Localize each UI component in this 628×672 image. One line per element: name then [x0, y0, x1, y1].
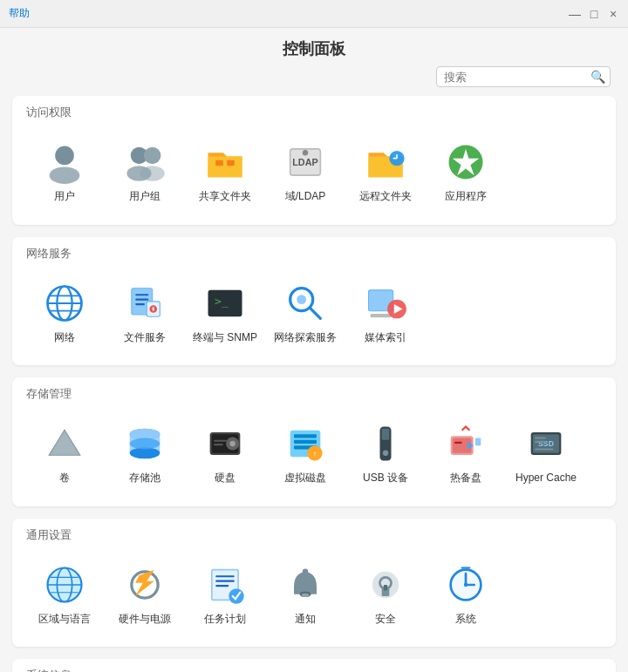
section-general: 通用设置 区域与语言 硬件与电源 任务计划 通知 安 [12, 519, 616, 648]
svg-rect-24 [153, 307, 154, 310]
icon-label-volume: 卷 [59, 472, 70, 485]
section-title-storage: 存储管理 [26, 386, 602, 405]
icon-label-media-index: 媒体索引 [365, 331, 406, 345]
icon-box-notification [283, 562, 328, 608]
section-title-sysinfo: 系统信息 [26, 668, 602, 672]
svg-rect-7 [227, 160, 235, 166]
svg-rect-82 [384, 585, 387, 591]
icon-item-hdd[interactable]: 硬盘 [187, 414, 263, 492]
svg-rect-52 [382, 429, 390, 440]
svg-point-53 [383, 451, 389, 457]
icon-label-hyper-cache: Hyper Cache [515, 472, 577, 485]
minimize-button[interactable]: — [569, 8, 581, 20]
svg-point-5 [140, 166, 165, 180]
search-icon: 🔍 [590, 70, 605, 84]
icon-item-application[interactable]: 应用程序 [427, 132, 504, 211]
svg-rect-47 [294, 440, 317, 444]
search-input[interactable] [444, 71, 590, 84]
svg-rect-20 [135, 298, 148, 300]
icon-item-ldap[interactable]: LDAP 域/LDAP [267, 132, 344, 211]
icon-label-network-search: 网络探索服务 [274, 331, 337, 345]
icon-item-network[interactable]: 网络 [26, 274, 103, 352]
section-title-access: 访问权限 [26, 105, 602, 124]
svg-rect-31 [371, 314, 392, 317]
icon-item-hot-spare[interactable]: 热备盘 [427, 414, 504, 492]
icon-box-usergroup [122, 139, 167, 185]
window-controls: — □ × [569, 8, 619, 20]
icon-item-virtual-disk[interactable]: ↑ 虚拟磁盘 [267, 414, 344, 492]
icon-box-hot-spare [443, 421, 488, 466]
icon-label-remote-folder: 远程文件夹 [359, 190, 412, 204]
icon-item-terminal-snmp[interactable]: >_ 终端与 SNMP [187, 274, 263, 352]
icon-item-file-service[interactable]: 文件服务 [106, 274, 183, 352]
icon-item-usb[interactable]: USB 设备 [347, 414, 424, 492]
svg-point-78 [302, 594, 310, 597]
icon-box-hdd [202, 421, 248, 466]
icon-item-volume[interactable]: 卷 [26, 414, 103, 492]
search-bar: 🔍 [0, 66, 628, 96]
section-access: 访问权限 用户 用户组 共享文件夹 LDAP 域/LDAP 远程文件夹 应用程序 [12, 96, 616, 225]
icon-item-security[interactable]: 安全 [347, 555, 424, 634]
icon-box-file-service [122, 281, 167, 326]
svg-line-28 [310, 308, 320, 318]
icon-item-hw-power[interactable]: 硬件与电源 [106, 555, 183, 634]
icon-box-network-search [283, 281, 328, 326]
icon-label-hw-power: 硬件与电源 [119, 613, 171, 627]
maximize-button[interactable]: □ [588, 8, 600, 20]
icon-label-usergroup: 用户组 [129, 190, 160, 204]
svg-point-85 [464, 583, 468, 587]
icon-label-task-schedule: 任务计划 [204, 613, 246, 627]
svg-rect-46 [294, 434, 317, 438]
icon-box-system [443, 562, 488, 608]
icon-item-remote-folder[interactable]: 远程文件夹 [347, 132, 424, 211]
icon-label-user: 用户 [54, 190, 75, 204]
icon-item-media-index[interactable]: 媒体索引 [347, 274, 424, 352]
svg-rect-21 [135, 303, 145, 305]
icon-box-hw-power [122, 562, 167, 608]
icon-item-notification[interactable]: 通知 [267, 555, 344, 634]
icon-item-network-search[interactable]: 网络探索服务 [267, 274, 344, 352]
icon-item-shared-folder[interactable]: 共享文件夹 [187, 132, 263, 211]
section-title-network: 网络服务 [26, 246, 602, 265]
svg-point-1 [50, 166, 80, 184]
icon-label-system: 系统 [455, 613, 476, 627]
icon-item-usergroup[interactable]: 用户组 [106, 132, 183, 211]
icon-label-usb: USB 设备 [363, 472, 408, 485]
icon-item-task-schedule[interactable]: 任务计划 [187, 555, 263, 634]
icon-grid-general: 区域与语言 硬件与电源 任务计划 通知 安全 系统 [26, 555, 602, 634]
icon-item-storage-pool[interactable]: 存储池 [106, 414, 183, 492]
svg-rect-74 [215, 585, 229, 587]
svg-rect-19 [135, 294, 148, 295]
icon-label-network: 网络 [54, 331, 75, 345]
icon-item-user[interactable]: 用户 [26, 132, 103, 211]
content-area: 访问权限 用户 用户组 共享文件夹 LDAP 域/LDAP 远程文件夹 应用程序… [0, 96, 628, 672]
icon-item-region-lang[interactable]: 区域与语言 [26, 555, 103, 634]
svg-point-42 [229, 441, 236, 447]
svg-rect-57 [454, 442, 462, 444]
icon-item-system[interactable]: 系统 [427, 555, 504, 634]
icon-label-application: 应用程序 [445, 190, 487, 204]
svg-point-0 [55, 146, 74, 166]
icon-label-security: 安全 [375, 613, 396, 627]
search-wrapper[interactable]: 🔍 [436, 66, 611, 87]
icon-box-terminal-snmp: >_ [202, 281, 248, 326]
section-storage: 存储管理 卷 存储池 硬盘 ↑ 虚拟磁盘 [12, 377, 616, 506]
icon-label-ldap: 域/LDAP [285, 190, 326, 204]
icon-box-user [42, 139, 87, 185]
svg-text:↑: ↑ [312, 449, 317, 458]
icon-label-shared-folder: 共享文件夹 [199, 190, 251, 204]
icon-box-virtual-disk: ↑ [283, 421, 328, 466]
help-link[interactable]: 帮助 [9, 6, 30, 21]
svg-point-29 [297, 295, 306, 304]
icon-item-hyper-cache[interactable]: SSD Hyper Cache [508, 414, 584, 492]
icon-label-hot-spare: 热备盘 [450, 472, 481, 485]
icon-box-task-schedule [202, 562, 248, 608]
close-button[interactable]: × [607, 8, 619, 20]
main-window: 帮助 — □ × 控制面板 🔍 访问权限 用户 用户组 共享文件夹 [0, 0, 628, 672]
icon-label-hdd: 硬盘 [215, 472, 236, 485]
icon-label-notification: 通知 [295, 613, 316, 627]
icon-box-hyper-cache: SSD [523, 421, 569, 466]
icon-box-media-index [363, 281, 408, 326]
svg-rect-44 [214, 444, 223, 445]
section-network: 网络服务 网络 文件服务 >_ 终端与 SNMP 网络探索服务 媒体 [12, 237, 616, 366]
